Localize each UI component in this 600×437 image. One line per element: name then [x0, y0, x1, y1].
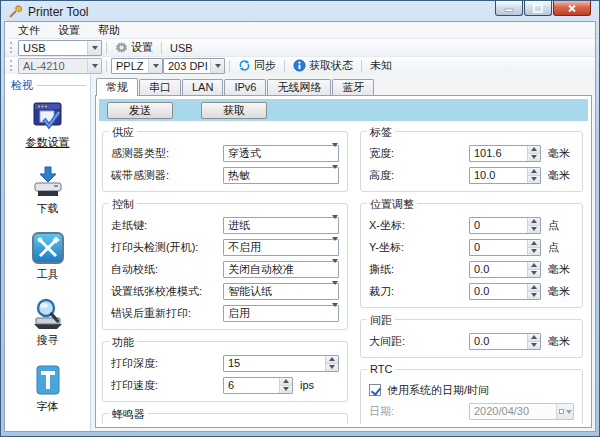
sync-button[interactable]: 同步: [234, 58, 280, 74]
sidebar-item-search[interactable]: 搜寻: [31, 297, 65, 348]
dropdown-arrow-icon: [148, 59, 162, 73]
spinner-down-icon[interactable]: [280, 385, 292, 393]
menu-bar: 文件 设置 帮助: [5, 22, 595, 38]
sensor-type-row: 感测器类型: 穿透式: [111, 142, 339, 164]
calendar-dropdown-icon: [556, 404, 573, 419]
spinner-down-icon[interactable]: [528, 269, 540, 277]
x-coordinate-row: X-坐标: 0 点: [369, 214, 574, 236]
dpi-combo[interactable]: 203 DPI: [163, 58, 225, 74]
settings-button[interactable]: 设置: [111, 40, 157, 56]
print-darkness-spinner[interactable]: 15: [223, 355, 339, 372]
group-title: 功能: [109, 335, 137, 350]
toolbar-separator: [106, 42, 107, 54]
font-icon: [31, 363, 65, 397]
spinner-up-icon[interactable]: [528, 262, 540, 269]
ribbon-sensor-label: 碳带感测器:: [111, 168, 223, 183]
dropdown-arrow-icon: [332, 307, 338, 319]
spinner-down-icon[interactable]: [528, 153, 540, 161]
sensor-type-label: 感测器类型:: [111, 146, 223, 161]
printhead-check-select[interactable]: 不启用: [223, 239, 339, 256]
toolbar-grip[interactable]: [10, 42, 13, 53]
print-speed-spinner[interactable]: 6: [223, 377, 293, 394]
sidebar-item-parameter-settings[interactable]: 参数设置: [26, 99, 70, 150]
toolbar-grip[interactable]: [10, 60, 13, 71]
tab-bluetooth[interactable]: 蓝牙: [332, 79, 374, 95]
spinner-up-icon[interactable]: [528, 146, 540, 153]
tear-off-spinner[interactable]: 0.0: [469, 261, 541, 278]
label-height-value: 10.0: [470, 168, 527, 183]
get-status-button[interactable]: 获取状态: [289, 58, 357, 74]
minimize-button[interactable]: [495, 1, 523, 16]
spinner-up-icon[interactable]: [528, 284, 540, 291]
reprint-after-error-value: 启用: [228, 306, 250, 321]
menu-item-settings[interactable]: 设置: [49, 22, 89, 39]
dropdown-arrow-icon: [332, 147, 338, 159]
reprint-after-error-select[interactable]: 启用: [223, 305, 339, 322]
tear-off-value: 0.0: [470, 262, 527, 277]
main-panel: 常规 串口 LAN IPv6 无线网络 蓝牙 发送 获取: [91, 74, 595, 431]
sensor-type-value: 穿透式: [228, 146, 261, 161]
tab-serial[interactable]: 串口: [139, 79, 181, 95]
menu-item-help[interactable]: 帮助: [89, 22, 129, 39]
auto-calibration-select[interactable]: 关闭自动校准: [223, 261, 339, 278]
spinner-down-icon[interactable]: [528, 341, 540, 349]
sidebar-item-download[interactable]: 下载: [31, 165, 65, 216]
send-button[interactable]: 发送: [107, 102, 173, 119]
tab-ipv6[interactable]: IPv6: [224, 79, 266, 95]
feed-key-select[interactable]: 进纸: [223, 217, 339, 234]
label-width-spinner[interactable]: 101.6: [469, 145, 541, 162]
large-gap-spinner[interactable]: 0.0: [469, 333, 541, 350]
ribbon-sensor-select[interactable]: 热敏: [223, 167, 339, 184]
cutter-spinner[interactable]: 0.0: [469, 283, 541, 300]
spinner-down-icon[interactable]: [528, 225, 540, 233]
maximize-button[interactable]: [524, 1, 552, 16]
group-buzzer: 蜂鸣器 蜂鸣器: 启用: [102, 413, 348, 424]
printhead-check-value: 不启用: [228, 240, 261, 255]
tab-lan[interactable]: LAN: [182, 79, 223, 95]
spinner-up-icon[interactable]: [528, 240, 540, 247]
close-button[interactable]: [553, 1, 591, 16]
printhead-check-row: 打印头检测(开机): 不启用: [111, 236, 339, 258]
toolbar-separator: [361, 60, 362, 72]
spinner-down-icon[interactable]: [528, 247, 540, 255]
menu-item-file[interactable]: 文件: [9, 22, 49, 39]
sidebar-item-tools[interactable]: 工具: [31, 231, 65, 282]
dropdown-arrow-icon: [87, 41, 101, 55]
print-darkness-row: 打印深度: 15: [111, 352, 339, 374]
tab-strip: 常规 串口 LAN IPv6 无线网络 蓝牙: [95, 77, 592, 95]
spinner-up-icon[interactable]: [528, 334, 540, 341]
sidebar-item-label: 字体: [37, 399, 59, 414]
sensor-type-select[interactable]: 穿透式: [223, 145, 339, 162]
spinner-down-icon[interactable]: [326, 363, 338, 371]
x-coordinate-spinner[interactable]: 0: [469, 217, 541, 234]
label-height-spinner[interactable]: 10.0: [469, 167, 541, 184]
y-coordinate-label: Y-坐标:: [369, 240, 469, 255]
sidebar-header-rule: [37, 85, 86, 86]
spinner-down-icon[interactable]: [528, 291, 540, 299]
dropdown-arrow-icon: [332, 263, 338, 275]
group-title: 位置调整: [367, 197, 417, 212]
toolbar-separator: [106, 60, 107, 72]
paper-calibration-mode-row: 设置纸张校准模式: 智能认纸: [111, 280, 339, 302]
use-system-datetime-checkbox[interactable]: [369, 384, 381, 396]
get-button[interactable]: 获取: [201, 102, 267, 119]
emulation-combo[interactable]: PPLZ: [111, 58, 163, 74]
paper-calibration-mode-select[interactable]: 智能认纸: [223, 283, 339, 300]
tab-wireless[interactable]: 无线网络: [267, 79, 331, 95]
title-bar[interactable]: Printer Tool: [4, 1, 596, 21]
dropdown-arrow-icon: [210, 59, 224, 73]
feed-key-row: 走纸键: 进纸: [111, 214, 339, 236]
spinner-up-icon[interactable]: [528, 218, 540, 225]
spinner-up-icon[interactable]: [326, 356, 338, 363]
spinner-down-icon[interactable]: [528, 175, 540, 183]
tear-off-unit: 毫米: [548, 262, 570, 277]
spinner-up-icon[interactable]: [528, 168, 540, 175]
tab-general[interactable]: 常规: [96, 78, 138, 96]
y-coordinate-spinner[interactable]: 0: [469, 239, 541, 256]
interface-combo[interactable]: USB: [18, 40, 102, 56]
app-icon: [8, 5, 23, 19]
auto-calibration-value: 关闭自动校准: [228, 262, 294, 277]
sidebar-item-font[interactable]: 字体: [31, 363, 65, 414]
spinner-up-icon[interactable]: [280, 378, 292, 385]
usb-indicator-label: USB: [166, 40, 197, 56]
